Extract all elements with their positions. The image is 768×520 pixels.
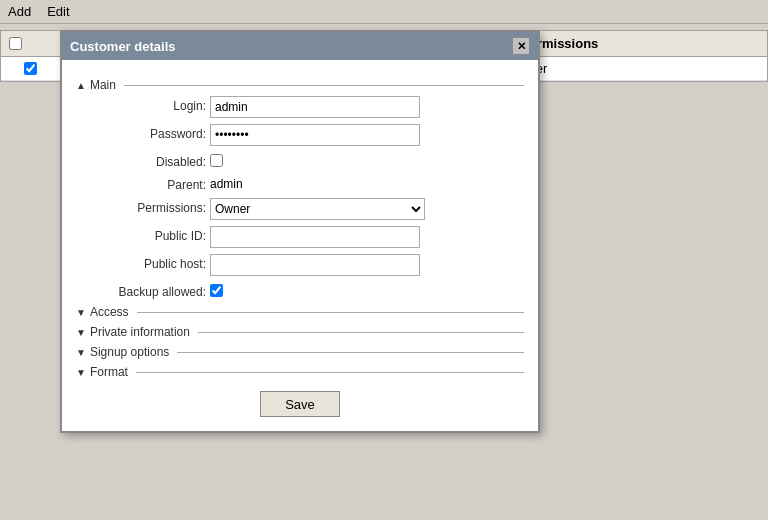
public-host-field-container	[210, 254, 524, 276]
public-id-field-container	[210, 226, 524, 248]
col-checkbox	[1, 31, 61, 56]
public-id-input[interactable]	[210, 226, 420, 248]
signup-section-label: Signup options	[90, 345, 169, 359]
private-section-toggle-icon: ▼	[76, 327, 86, 338]
disabled-label: Disabled:	[86, 152, 206, 169]
main-section-header[interactable]: ▲ Main	[76, 78, 524, 92]
main-section-toggle-icon: ▲	[76, 80, 86, 91]
parent-value: admin	[210, 177, 243, 191]
signup-section-toggle-icon: ▼	[76, 347, 86, 358]
access-section-label: Access	[90, 305, 129, 319]
public-id-label: Public ID:	[86, 226, 206, 248]
password-input[interactable]	[210, 124, 420, 146]
format-section-toggle-icon: ▼	[76, 367, 86, 378]
password-field-container	[210, 124, 524, 146]
modal-body: ▲ Main Login: Password: Disabled: Parent…	[62, 60, 538, 431]
public-host-label: Public host:	[86, 254, 206, 276]
parent-field-container: admin	[210, 175, 524, 192]
signup-section-header[interactable]: ▼ Signup options	[76, 345, 524, 359]
public-host-input[interactable]	[210, 254, 420, 276]
main-form: Login: Password: Disabled: Parent: admin…	[86, 96, 524, 299]
format-section-header[interactable]: ▼ Format	[76, 365, 524, 379]
customer-details-modal: Customer details ✕ ▲ Main Login: Passwor…	[60, 30, 540, 433]
private-section-label: Private information	[90, 325, 190, 339]
permissions-select[interactable]: Owner Admin User	[210, 198, 425, 220]
backup-field-container	[210, 282, 524, 299]
row-checkbox-cell	[1, 57, 61, 80]
save-area: Save	[76, 391, 524, 417]
disabled-field-container	[210, 152, 524, 169]
parent-label: Parent:	[86, 175, 206, 192]
disabled-checkbox[interactable]	[210, 154, 223, 167]
backup-label: Backup allowed:	[86, 282, 206, 299]
menu-edit[interactable]: Edit	[47, 4, 69, 19]
main-section-label: Main	[90, 78, 116, 92]
modal-title: Customer details	[70, 39, 175, 54]
menu-add[interactable]: Add	[8, 4, 31, 19]
access-section-toggle-icon: ▼	[76, 307, 86, 318]
login-input[interactable]	[210, 96, 420, 118]
login-label: Login:	[86, 96, 206, 118]
login-field-container	[210, 96, 524, 118]
permissions-field-container: Owner Admin User	[210, 198, 524, 220]
menubar: Add Edit	[0, 0, 768, 24]
modal-close-button[interactable]: ✕	[512, 37, 530, 55]
private-section-header[interactable]: ▼ Private information	[76, 325, 524, 339]
permissions-label: Permissions:	[86, 198, 206, 220]
access-section-header[interactable]: ▼ Access	[76, 305, 524, 319]
password-label: Password:	[86, 124, 206, 146]
save-button[interactable]: Save	[260, 391, 340, 417]
modal-titlebar: Customer details ✕	[62, 32, 538, 60]
select-all-checkbox[interactable]	[9, 37, 22, 50]
format-section-label: Format	[90, 365, 128, 379]
backup-checkbox[interactable]	[210, 284, 223, 297]
row-checkbox[interactable]	[24, 62, 37, 75]
